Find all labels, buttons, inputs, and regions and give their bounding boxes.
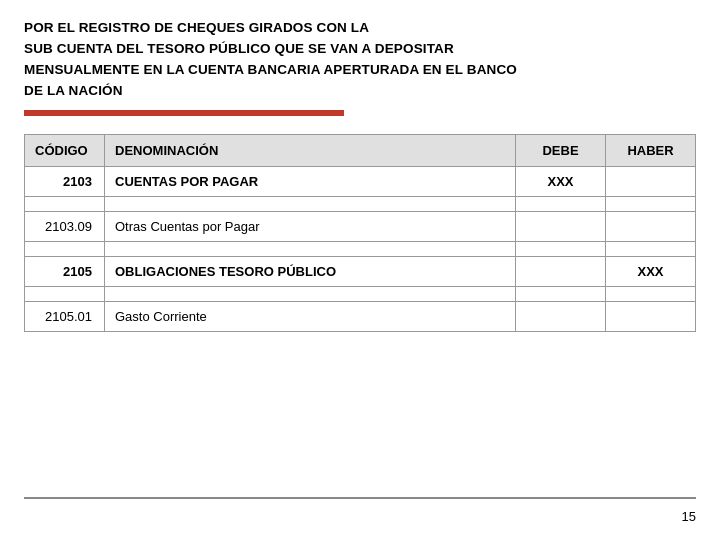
spacer-cell bbox=[105, 241, 516, 256]
spacer-cell bbox=[516, 241, 606, 256]
cell-codigo: 2105.01 bbox=[25, 301, 105, 331]
col-header-codigo: CÓDIGO bbox=[25, 134, 105, 166]
red-divider bbox=[24, 110, 344, 116]
page-container: POR EL REGISTRO DE CHEQUES GIRADOS CON L… bbox=[0, 0, 720, 540]
spacer-cell bbox=[25, 196, 105, 211]
cell-haber bbox=[606, 211, 696, 241]
cell-codigo: 2103 bbox=[25, 166, 105, 196]
cell-denominacion: Gasto Corriente bbox=[105, 301, 516, 331]
cell-debe: XXX bbox=[516, 166, 606, 196]
spacer-cell bbox=[516, 196, 606, 211]
table-row: 2105.01Gasto Corriente bbox=[25, 301, 696, 331]
spacer-cell bbox=[516, 286, 606, 301]
table-row bbox=[25, 241, 696, 256]
col-header-haber: HABER bbox=[606, 134, 696, 166]
spacer-cell bbox=[606, 286, 696, 301]
cell-haber bbox=[606, 166, 696, 196]
header-line1: POR EL REGISTRO DE CHEQUES GIRADOS CON L… bbox=[24, 18, 696, 39]
cell-haber bbox=[606, 301, 696, 331]
table-wrapper: CÓDIGO DENOMINACIÓN DEBE HABER 2103CUENT… bbox=[24, 134, 696, 491]
cell-debe bbox=[516, 211, 606, 241]
accounting-table: CÓDIGO DENOMINACIÓN DEBE HABER 2103CUENT… bbox=[24, 134, 696, 332]
cell-haber: XXX bbox=[606, 256, 696, 286]
cell-debe bbox=[516, 256, 606, 286]
spacer-cell bbox=[25, 241, 105, 256]
cell-debe bbox=[516, 301, 606, 331]
footer: 15 bbox=[24, 499, 696, 524]
table-row: 2103.09Otras Cuentas por Pagar bbox=[25, 211, 696, 241]
spacer-cell bbox=[105, 196, 516, 211]
header-text: POR EL REGISTRO DE CHEQUES GIRADOS CON L… bbox=[24, 18, 696, 102]
col-header-denominacion: DENOMINACIÓN bbox=[105, 134, 516, 166]
table-row: 2105OBLIGACIONES TESORO PÚBLICOXXX bbox=[25, 256, 696, 286]
header-line3: MENSUALMENTE EN LA CUENTA BANCARIA APERT… bbox=[24, 60, 696, 81]
spacer-cell bbox=[606, 241, 696, 256]
table-header-row: CÓDIGO DENOMINACIÓN DEBE HABER bbox=[25, 134, 696, 166]
page-number: 15 bbox=[682, 509, 696, 524]
table-row bbox=[25, 196, 696, 211]
col-header-debe: DEBE bbox=[516, 134, 606, 166]
table-row bbox=[25, 286, 696, 301]
cell-codigo: 2105 bbox=[25, 256, 105, 286]
cell-denominacion: OBLIGACIONES TESORO PÚBLICO bbox=[105, 256, 516, 286]
header-line4: DE LA NACIÓN bbox=[24, 81, 696, 102]
table-body: 2103CUENTAS POR PAGARXXX2103.09Otras Cue… bbox=[25, 166, 696, 331]
table-row: 2103CUENTAS POR PAGARXXX bbox=[25, 166, 696, 196]
header-line2: SUB CUENTA DEL TESORO PÚBLICO QUE SE VAN… bbox=[24, 39, 696, 60]
spacer-cell bbox=[105, 286, 516, 301]
cell-codigo: 2103.09 bbox=[25, 211, 105, 241]
spacer-cell bbox=[25, 286, 105, 301]
spacer-cell bbox=[606, 196, 696, 211]
cell-denominacion: Otras Cuentas por Pagar bbox=[105, 211, 516, 241]
cell-denominacion: CUENTAS POR PAGAR bbox=[105, 166, 516, 196]
